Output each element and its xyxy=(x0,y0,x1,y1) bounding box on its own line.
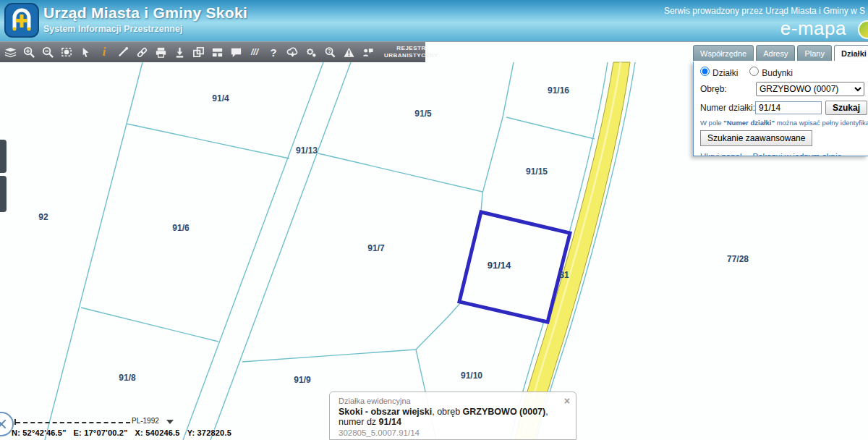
hide-panel-link[interactable]: Ukryj panel xyxy=(700,152,742,156)
warning-icon[interactable] xyxy=(339,43,358,62)
coord-x: X: 540246.5 xyxy=(135,428,180,437)
radio-dzialki-input[interactable] xyxy=(700,67,710,76)
settings-gears-icon[interactable] xyxy=(302,43,320,62)
download-icon[interactable] xyxy=(170,43,189,62)
coordinates-readout: N: 52°42'46.5"E: 17°07'00.2"X: 540246.5Y… xyxy=(12,428,239,437)
coord-n: N: 52°42'46.5" xyxy=(12,428,67,437)
parcel-info-popup: Działka ewidencyjna × Skoki - obszar wie… xyxy=(329,392,576,440)
map-toolbar: i /// ? ? REJESTR URBANISTYCZNY xyxy=(0,42,425,62)
registry-urban-button[interactable]: REJESTR URBANISTYCZNY xyxy=(384,45,438,59)
numer-dzialki-input[interactable] xyxy=(755,101,822,114)
layout-panels-icon[interactable] xyxy=(208,43,226,62)
help-icon[interactable]: ? xyxy=(264,43,283,62)
tab-adresy[interactable]: Adresy xyxy=(756,45,795,61)
radio-budynki[interactable]: Budynki xyxy=(749,67,793,78)
layers-icon[interactable] xyxy=(1,43,20,62)
chevron-down-icon[interactable] xyxy=(166,420,174,424)
zoom-extent-icon[interactable] xyxy=(57,43,76,62)
app-title: Urząd Miasta i Gminy Skoki xyxy=(43,4,247,22)
cloud-download-icon[interactable] xyxy=(283,43,302,62)
measure-icon[interactable] xyxy=(114,43,132,62)
selected-parcel-outline[interactable] xyxy=(459,212,570,322)
e-mapa-gis-app: { "header": { "title": "Urząd Miasta i G… xyxy=(0,0,868,440)
search-help-icon[interactable]: ? xyxy=(320,43,339,62)
crs-selector[interactable]: PL-1992 xyxy=(132,417,159,425)
panel-tabs: Współrzędne Adresy Plany Działki Obiekty xyxy=(693,45,868,61)
single-window-link[interactable]: Pokazuj w jednym oknie xyxy=(753,152,842,156)
tab-wspolrzedne[interactable]: Współrzędne xyxy=(693,45,754,61)
hatch-icon[interactable]: /// xyxy=(245,43,264,62)
link-icon[interactable] xyxy=(132,43,151,62)
coord-y: Y: 372820.5 xyxy=(187,428,231,437)
copy-view-icon[interactable] xyxy=(189,43,208,62)
dzialki-search-panel: Działki Budynki Obręb: GRZYBOWO (0007) N… xyxy=(693,62,868,156)
radio-dzialki[interactable]: Działki xyxy=(700,67,738,78)
svg-text:?: ? xyxy=(328,48,331,54)
search-hint: W pole "Numer działki" można wpisać pełn… xyxy=(700,119,868,127)
radio-budynki-input[interactable] xyxy=(749,67,759,76)
zoom-in-icon[interactable] xyxy=(20,43,38,62)
popup-title: Działka ewidencyjna xyxy=(339,397,567,405)
close-icon[interactable]: × xyxy=(564,395,570,407)
advanced-search-button[interactable]: Szukanie zaawansowane xyxy=(700,130,812,146)
szukaj-button[interactable]: Szukaj xyxy=(825,101,867,115)
comment-icon[interactable] xyxy=(226,43,245,62)
pointer-icon[interactable] xyxy=(76,43,95,62)
print-icon[interactable] xyxy=(151,43,170,62)
obreb-select[interactable]: GRZYBOWO (0007) xyxy=(756,82,864,96)
skoki-coat-of-arms-logo xyxy=(4,3,39,38)
feedback-icon[interactable] xyxy=(358,43,377,62)
left-panel-handle-top[interactable] xyxy=(0,140,7,173)
parcel-identifier: 302805_5.0007.91/14 xyxy=(339,428,567,437)
popup-parcel-description: Skoki - obszar wiejski, obręb GRZYBOWO (… xyxy=(339,407,567,427)
service-note: Serwis prowadzony przez Urząd Miasta i G… xyxy=(664,6,865,16)
coord-e: E: 17°07'00.2" xyxy=(74,428,128,437)
emapa-globe-icon xyxy=(858,20,868,39)
scale-bar xyxy=(16,422,130,423)
info-icon[interactable]: i xyxy=(95,43,114,62)
left-panel-handle-bottom[interactable] xyxy=(0,176,7,212)
numer-dzialki-label: Numer działki: xyxy=(700,103,755,113)
app-subtitle: System Informacji Przestrzennej xyxy=(43,24,247,34)
tab-plany[interactable]: Plany xyxy=(797,45,832,61)
zoom-out-icon[interactable] xyxy=(38,43,57,62)
obreb-label: Obręb: xyxy=(700,84,756,94)
header-bar: Urząd Miasta i Gminy Skoki System Inform… xyxy=(0,0,868,42)
emapa-brand: e-mapa xyxy=(780,17,846,40)
tab-dzialki[interactable]: Działki xyxy=(834,45,868,61)
